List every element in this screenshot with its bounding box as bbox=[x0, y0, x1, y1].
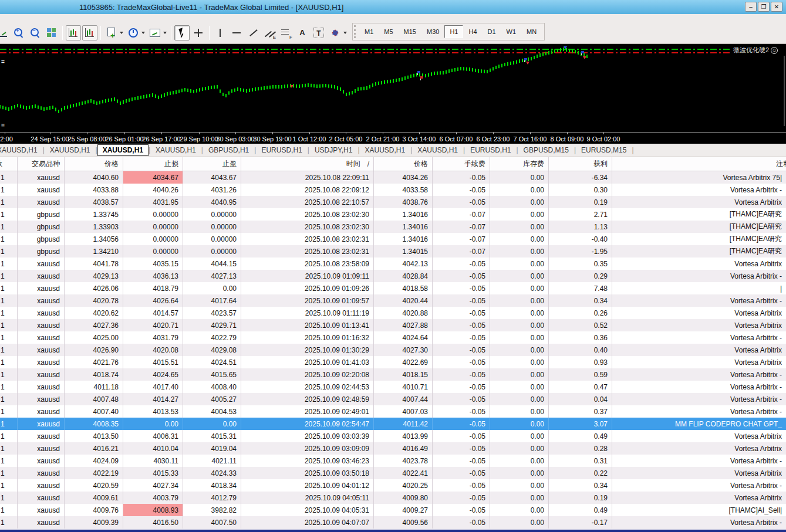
chart-scrollbar[interactable] bbox=[784, 56, 785, 126]
table-row[interactable]: 1xauusd4026.904020.084029.082025.10.09 0… bbox=[0, 344, 786, 356]
cell-take-profit: 0.00000 bbox=[183, 233, 241, 245]
table-row[interactable]: 1xauusd4011.184017.404008.402025.10.09 0… bbox=[0, 381, 786, 393]
equidistant-channel-icon[interactable]: E bbox=[262, 25, 277, 40]
table-row[interactable]: 1xauusd4022.194015.334024.332025.10.09 0… bbox=[0, 467, 786, 479]
table-row[interactable]: 1xauusd4020.594027.344018.342025.10.09 0… bbox=[0, 479, 786, 492]
header-price[interactable]: 价格 bbox=[65, 157, 123, 171]
table-row[interactable]: 1xauusd4027.364020.714029.712025.10.09 0… bbox=[0, 319, 786, 331]
horizontal-line-icon[interactable] bbox=[229, 25, 244, 40]
header-lots[interactable]: 数 bbox=[0, 157, 18, 171]
close-button[interactable]: ✕ bbox=[771, 2, 782, 12]
timeframe-button-M5[interactable]: M5 bbox=[379, 25, 398, 38]
table-row[interactable]: 1xauusd4041.784035.154044.152025.10.08 2… bbox=[0, 257, 786, 270]
timeframe-button-MN[interactable]: MN bbox=[521, 25, 542, 38]
timeframe-button-H4[interactable]: H4 bbox=[463, 25, 482, 38]
table-row[interactable]: 1xauusd4009.614003.794012.792025.10.09 0… bbox=[0, 492, 786, 504]
cursor-icon[interactable] bbox=[174, 25, 190, 40]
chart-tab-GBPUSDM15-10[interactable]: GBPUSD,M15 bbox=[518, 144, 574, 156]
candlestick-canvas[interactable] bbox=[0, 44, 786, 132]
time-axis[interactable]: 22:0024 Sep 15:0025 Sep 08:0026 Sep 01:0… bbox=[0, 132, 786, 144]
table-row[interactable]: 1xauusd4025.004031.794022.792025.10.09 0… bbox=[0, 331, 786, 344]
chart-tab-EURUSDH1-9[interactable]: EURUSD,H1 bbox=[465, 144, 516, 156]
chart-tab-XAUUSDH1-1[interactable]: XAUUSD,H1 bbox=[45, 144, 96, 156]
timeframe-button-W1[interactable]: W1 bbox=[501, 25, 522, 38]
periods-icon-dropdown[interactable] bbox=[141, 32, 145, 34]
table-row[interactable]: 1xauusd4026.064018.790.002025.10.09 01:0… bbox=[0, 282, 786, 294]
price-chart[interactable]: 微波优化硬2 ☺ == bbox=[0, 44, 786, 132]
candle-chart-icon[interactable] bbox=[82, 25, 97, 40]
table-row[interactable]: 1xauusd4040.604034.674043.672025.10.08 2… bbox=[0, 171, 786, 184]
bar-chart-icon[interactable] bbox=[66, 25, 81, 40]
header-comment[interactable]: 注释 bbox=[612, 157, 786, 171]
header-swap[interactable]: 库存费 bbox=[490, 157, 549, 171]
timeframe-button-M1[interactable]: M1 bbox=[359, 25, 379, 38]
chart-tab-XAUUSDH1-3[interactable]: XAUUSD,H1 bbox=[150, 144, 201, 156]
chart-tab-EURUSDM15-11[interactable]: EURUSD,M15 bbox=[576, 144, 632, 156]
restore-button[interactable]: ❐ bbox=[758, 2, 770, 12]
timeframe-button-M15[interactable]: M15 bbox=[399, 25, 421, 38]
timeframe-button-H1[interactable]: H1 bbox=[444, 25, 463, 38]
table-row[interactable]: 1xauusd4007.404013.534004.532025.10.09 0… bbox=[0, 405, 786, 418]
cell-comment: Vortesa Arbitrix bbox=[612, 344, 786, 356]
crosshair-icon[interactable] bbox=[191, 25, 206, 40]
header-time[interactable]: 时间 / bbox=[241, 157, 374, 171]
text-label-icon[interactable]: T bbox=[311, 25, 326, 40]
cell-lots: 1 bbox=[0, 294, 18, 307]
trendline-icon[interactable] bbox=[245, 25, 261, 40]
table-row[interactable]: 1gbpusd1.342100.000000.000002025.10.08 2… bbox=[0, 245, 786, 257]
table-row[interactable]: 1xauusd4038.574031.954040.952025.10.08 2… bbox=[0, 196, 786, 208]
chart-tab-EURUSDH1-5[interactable]: EURUSD,H1 bbox=[256, 144, 307, 156]
timeframe-button-M30[interactable]: M30 bbox=[421, 25, 444, 38]
table-row[interactable]: 1xauusd4018.744024.654015.652025.10.09 0… bbox=[0, 368, 786, 381]
chart-tab-XAUUSDH1-2[interactable]: XAUUSD,H1 bbox=[97, 144, 149, 156]
minimize-button[interactable]: – bbox=[745, 2, 757, 12]
arrows-icon-dropdown[interactable] bbox=[343, 32, 347, 34]
table-row[interactable]: 1xauusd4029.134036.134027.132025.10.09 0… bbox=[0, 270, 786, 282]
periods-icon[interactable] bbox=[126, 25, 141, 40]
table-row[interactable]: 1xauusd4016.214010.044019.042025.10.09 0… bbox=[0, 442, 786, 455]
arrows-icon[interactable] bbox=[328, 25, 343, 40]
cell-time: 2025.10.09 02:49:01 bbox=[241, 405, 374, 418]
tile-windows-icon[interactable] bbox=[44, 25, 59, 40]
axis-label: 8 Oct 09:00 bbox=[551, 135, 584, 143]
table-row[interactable]: 1gbpusd1.339030.000000.000002025.10.08 2… bbox=[0, 221, 786, 233]
chart-tab-GBPUSDH1-4[interactable]: GBPUSD,H1 bbox=[203, 144, 254, 156]
chart-tab-USDJPYH1-6[interactable]: USDJPY,H1 bbox=[309, 144, 357, 156]
table-row[interactable]: 1xauusd4020.784026.644017.642025.10.09 0… bbox=[0, 294, 786, 307]
text-icon[interactable]: A bbox=[295, 25, 310, 40]
header-profit[interactable]: 获利 bbox=[549, 157, 612, 171]
indicators-icon[interactable] bbox=[147, 25, 163, 40]
zoom-in-icon[interactable]: + bbox=[11, 25, 26, 40]
header-commission[interactable]: 手续费 bbox=[433, 157, 490, 171]
zoom-out-icon[interactable]: − bbox=[28, 25, 43, 40]
table-row[interactable]: 1gbpusd1.337450.000000.000002025.10.08 2… bbox=[0, 208, 786, 221]
header-close-price[interactable]: 价格 bbox=[374, 157, 433, 171]
fibonacci-icon[interactable]: F bbox=[278, 25, 294, 40]
table-row[interactable]: 1xauusd4024.094030.114021.112025.10.09 0… bbox=[0, 455, 786, 467]
chart-window-icon[interactable] bbox=[0, 25, 10, 40]
table-row[interactable]: 1xauusd4021.764015.514024.512025.10.09 0… bbox=[0, 356, 786, 368]
new-order-icon[interactable]: + bbox=[104, 25, 119, 40]
table-row[interactable]: 1xauusd4007.484014.274005.272025.10.09 0… bbox=[0, 393, 786, 405]
table-row[interactable]: 1xauusd4020.624014.574023.572025.10.09 0… bbox=[0, 307, 786, 319]
table-row[interactable]: 1xauusd4009.764008.933982.822025.10.09 0… bbox=[0, 504, 786, 516]
table-row[interactable]: 1xauusd4008.350.000.002025.10.09 02:54:4… bbox=[0, 418, 786, 430]
chart-tab-XAUUSDH1-7[interactable]: XAUUSD,H1 bbox=[360, 144, 411, 156]
chart-tab-XAUUSDH1-0[interactable]: XAUUSD,H1 bbox=[0, 144, 43, 156]
vertical-line-icon[interactable] bbox=[212, 25, 228, 40]
new-order-icon-dropdown[interactable] bbox=[120, 32, 123, 34]
table-row[interactable]: 1xauusd4033.884040.264031.262025.10.08 2… bbox=[0, 184, 786, 196]
table-row[interactable]: 1xauusd4009.394016.504007.502025.10.09 0… bbox=[0, 516, 786, 528]
indicators-icon-dropdown[interactable] bbox=[163, 32, 167, 34]
cell-commission: -0.07 bbox=[433, 245, 490, 257]
cell-close-price: 4034.26 bbox=[374, 171, 433, 184]
table-row[interactable]: 1gbpusd1.340560.000000.000002025.10.08 2… bbox=[0, 233, 786, 245]
cell-lots: 1 bbox=[0, 467, 18, 479]
header-stop-loss[interactable]: 止损 bbox=[123, 157, 183, 171]
header-take-profit[interactable]: 止盈 bbox=[183, 157, 241, 171]
table-row[interactable]: 1xauusd4013.504006.314015.312025.10.09 0… bbox=[0, 430, 786, 442]
timeframe-button-D1[interactable]: D1 bbox=[483, 25, 501, 38]
chart-tab-XAUUSDH1-8[interactable]: XAUUSD,H1 bbox=[412, 144, 463, 156]
header-symbol[interactable]: 交易品种 bbox=[18, 157, 65, 171]
toolbar-drag-handle[interactable] bbox=[354, 25, 357, 38]
